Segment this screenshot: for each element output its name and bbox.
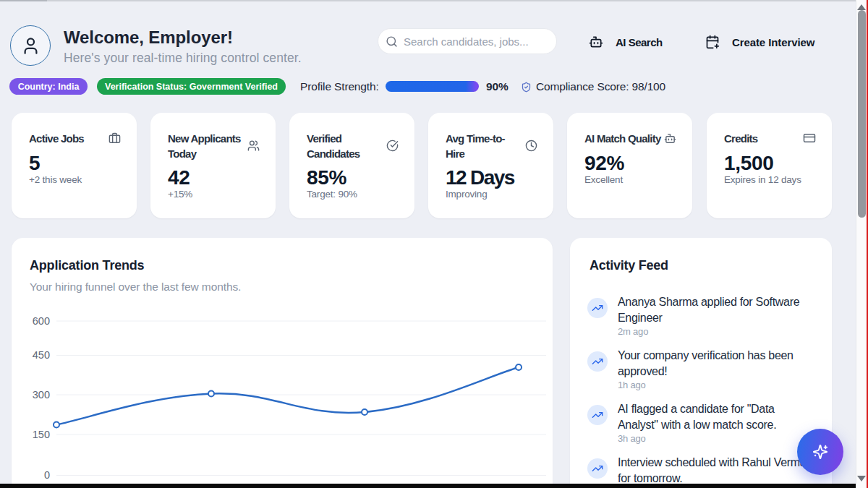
- svg-text:450: 450: [33, 349, 50, 361]
- svg-text:150: 150: [33, 429, 50, 440]
- svg-text:300: 300: [33, 389, 50, 401]
- svg-text:600: 600: [33, 315, 50, 327]
- svg-text:0: 0: [44, 469, 50, 481]
